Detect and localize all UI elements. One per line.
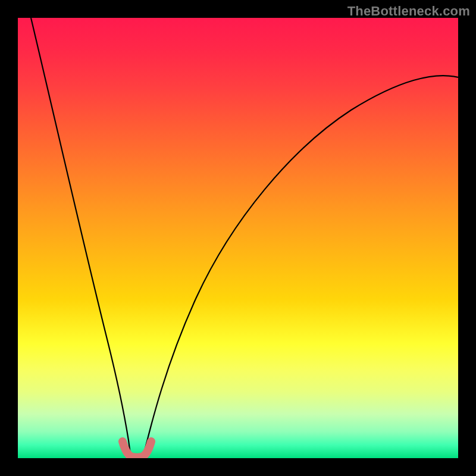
- minimum-highlight: [123, 441, 151, 458]
- right-branch-curve: [143, 76, 458, 458]
- plot-area: [18, 18, 458, 458]
- watermark-text: TheBottleneck.com: [347, 4, 470, 19]
- left-branch-curve: [31, 18, 131, 458]
- chart-frame: TheBottleneck.com: [0, 0, 476, 476]
- curve-layer: [18, 18, 458, 458]
